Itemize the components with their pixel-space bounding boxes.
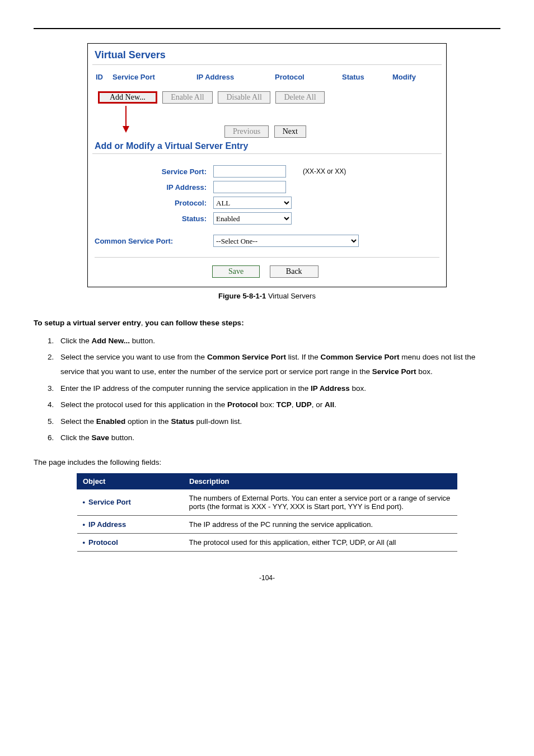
add-new-button[interactable]: Add New... (98, 91, 157, 104)
back-button[interactable]: Back (270, 265, 318, 278)
divider (92, 64, 442, 65)
fields-table: Object Description •Service Port The num… (77, 473, 457, 552)
service-port-label: Service Port: (95, 167, 213, 176)
delete-all-button[interactable]: Delete All (275, 91, 324, 104)
table-row: •IP Address The IP address of the PC run… (77, 515, 457, 533)
divider (95, 257, 439, 258)
th-description: Description (184, 473, 457, 489)
virtual-servers-panel: Virtual Servers ID Service Port IP Addre… (87, 43, 447, 287)
page-number: -104- (34, 574, 500, 582)
table-row: •Protocol The protocol used for this app… (77, 533, 457, 551)
table-row: •Service Port The numbers of External Po… (77, 489, 457, 515)
divider (92, 153, 442, 154)
figure-caption: Figure 5-8-1-1 Virtual Servers (34, 292, 500, 300)
form-subheader: Add or Modify a Virtual Server Entry (92, 138, 442, 153)
service-port-input[interactable] (213, 165, 286, 178)
disable-all-button[interactable]: Disable All (218, 91, 270, 104)
status-label: Status: (95, 214, 213, 223)
previous-button[interactable]: Previous (224, 125, 269, 138)
th-object: Object (77, 473, 184, 489)
step-4: Select the protocol used for this applic… (56, 398, 500, 412)
common-service-port-label: Common Service Port: (95, 237, 213, 245)
step-6: Click the Save button. (56, 431, 500, 445)
ip-address-input[interactable] (213, 181, 286, 193)
svg-marker-1 (123, 126, 129, 133)
col-id: ID (96, 73, 113, 81)
save-button[interactable]: Save (212, 265, 260, 278)
column-headers: ID Service Port IP Address Protocol Stat… (92, 73, 442, 91)
enable-all-button[interactable]: Enable All (162, 91, 213, 104)
step-1: Click the Add New... button. (56, 334, 500, 348)
protocol-label: Protocol: (95, 199, 213, 207)
protocol-select[interactable]: ALL (213, 197, 292, 209)
instruction-lead: To setup a virtual server entry, you can… (34, 316, 500, 330)
step-5: Select the Enabled option in the Status … (56, 414, 500, 429)
col-ip-address: IP Address (196, 73, 275, 81)
steps-list: Click the Add New... button. Select the … (34, 334, 500, 445)
common-service-port-select[interactable]: --Select One-- (213, 235, 359, 247)
panel-title: Virtual Servers (92, 47, 442, 64)
header-rule (34, 28, 500, 29)
col-service-port: Service Port (113, 73, 196, 81)
col-protocol: Protocol (275, 73, 342, 81)
service-port-hint: (XX-XX or XX) (286, 167, 346, 175)
fields-intro: The page includes the following fields: (34, 455, 500, 470)
col-status: Status (342, 73, 392, 81)
next-button[interactable]: Next (274, 125, 306, 138)
step-2: Select the service you want to use from … (56, 350, 500, 379)
step-3: Enter the IP address of the computer run… (56, 381, 500, 396)
status-select[interactable]: Enabled (213, 212, 292, 225)
ip-address-label: IP Address: (95, 183, 213, 192)
col-modify: Modify (392, 73, 432, 81)
